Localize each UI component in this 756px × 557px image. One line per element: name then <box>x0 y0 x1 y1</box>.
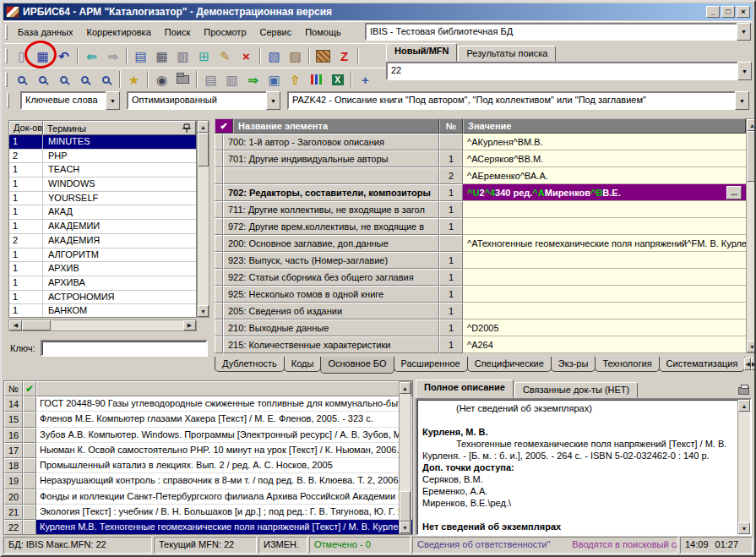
field-occurrence[interactable]: 1 <box>439 201 463 218</box>
field-occurrence[interactable] <box>439 235 463 252</box>
scroll-down-icon[interactable]: ▼ <box>747 341 756 352</box>
search-terms-button[interactable] <box>53 70 74 90</box>
tabs-scroll-right-icon[interactable]: ▶ <box>751 358 756 370</box>
field-value[interactable] <box>463 303 746 319</box>
field-occurrence[interactable]: 1 <box>439 269 463 286</box>
document-title[interactable]: Фленов М.Е. Компьютер глазами Хакера [Те… <box>36 412 412 427</box>
field-layout-button[interactable]: ▦ <box>151 46 172 66</box>
document-row[interactable]: 22Курленя М.В. Техногенные геомеханическ… <box>4 520 412 535</box>
menu-item[interactable]: Корректировка <box>80 25 158 40</box>
copy-record-button[interactable]: ▣ <box>264 70 285 90</box>
field-name[interactable]: 205: Сведения об издании <box>223 303 439 319</box>
mfn-tab[interactable]: Результаты поиска <box>458 46 556 62</box>
scroll-thumb[interactable] <box>747 131 756 182</box>
field-row[interactable]: 702: Редакторы, составители, композиторы… <box>215 184 746 201</box>
field-value[interactable]: ^A264 <box>463 336 746 353</box>
field-occurrence[interactable]: 1 <box>439 184 463 201</box>
clear-form-button[interactable]: ★ <box>123 70 144 90</box>
field-name[interactable]: 711: Другие коллективы, не входящие в за… <box>223 201 439 218</box>
menu-item[interactable]: Помощь <box>298 25 348 40</box>
mfn-tab[interactable]: Новый/MFN <box>386 43 457 62</box>
record-copy-button[interactable]: ▨ <box>285 46 306 66</box>
worksheet-tab[interactable]: Экз-ры <box>551 357 596 372</box>
field-value[interactable] <box>463 201 746 218</box>
menu-item[interactable]: Поиск <box>158 25 197 40</box>
search-window-button[interactable] <box>74 70 95 90</box>
worksheet-tab[interactable]: Специфические <box>467 357 552 372</box>
field-occurrence[interactable]: 1 <box>439 286 463 303</box>
field-occurrence[interactable]: 1 <box>439 150 463 167</box>
selector-grip[interactable] <box>7 93 9 108</box>
field-row[interactable]: 200: Основное заглавие, доп.данные^АТехн… <box>215 235 746 252</box>
new-record-button[interactable]: ▯ <box>11 46 32 66</box>
field-name[interactable]: 922: Статьи сборника без общего заглавия <box>223 269 439 286</box>
toolbar-grip[interactable] <box>5 48 8 63</box>
tabs-scroll-left-icon[interactable]: ◀ <box>744 358 750 370</box>
scroll-down-icon[interactable]: ▼ <box>400 522 411 533</box>
document-row[interactable]: 17Ньюман К. Освой самостоятельно PHP. 10… <box>4 443 412 458</box>
database-combobox[interactable]: IBIS - Тестовая библиотечная БД ▼ <box>365 23 751 41</box>
fields-vscrollbar[interactable]: ▲ ▼ <box>746 118 756 353</box>
fields-col-num[interactable]: № <box>439 118 463 134</box>
document-indicator[interactable] <box>23 458 36 473</box>
worksheet-tab[interactable]: Систематизация <box>659 357 746 372</box>
document-title[interactable]: Курленя М.В. Техногенные геомеханические… <box>36 520 412 535</box>
document-title[interactable]: Зубов А.В. Компьютер. Windows. Программы… <box>36 428 412 443</box>
field-row[interactable]: 922: Статьи сборника без общего заглавия… <box>215 269 746 286</box>
mfn-combobox[interactable]: 22 ▼ <box>386 62 752 80</box>
field-row[interactable]: 701: Другие индивидуальные авторы1^АСеря… <box>215 150 746 167</box>
search-mode-combobox[interactable]: Оптимизированный ▼ <box>127 91 280 110</box>
field-occurrence[interactable]: 2 <box>439 167 463 184</box>
document-title[interactable]: Фонды и коллекции Санкт-Петербургского ф… <box>36 489 412 505</box>
field-occurrence[interactable]: 1 <box>439 218 463 235</box>
field-name[interactable]: 210: Выходные данные <box>223 319 439 336</box>
record-status-button[interactable]: ▧ <box>264 46 285 66</box>
dictionary-row[interactable]: 1TEACH <box>9 163 196 177</box>
field-value[interactable]: ^U2^4340 ред.^АМиренков^ВВ.Е.... <box>463 184 746 201</box>
irbis-mascot-button[interactable] <box>313 46 334 66</box>
description-tab[interactable]: Полное описание <box>416 380 514 398</box>
dictionary-row[interactable]: 1АКАД <box>9 205 196 220</box>
z3950-button[interactable]: Z <box>334 46 355 66</box>
print-description-button[interactable] <box>735 384 752 398</box>
dictionary-row[interactable]: 1БАНКОМ <box>9 304 196 318</box>
worksheet-tab[interactable]: Дублетность <box>215 357 285 372</box>
field-occurrence[interactable]: 1 <box>439 303 463 319</box>
scroll-thumb[interactable] <box>400 491 411 522</box>
dictionary-hscrollbar[interactable]: ◀ ▶ <box>8 319 197 331</box>
field-value[interactable] <box>463 286 746 303</box>
dictionary-row[interactable]: 1АКАДЕМИИ <box>9 220 196 234</box>
next-record-button[interactable]: ⇒ <box>102 46 123 66</box>
excel-export-button[interactable]: X <box>327 70 348 90</box>
scroll-up-icon[interactable]: ▲ <box>738 400 750 412</box>
menu-item[interactable]: Просмотр <box>197 25 253 40</box>
field-name[interactable] <box>223 167 439 184</box>
document-indicator[interactable] <box>23 489 36 505</box>
print-forms-button[interactable]: ▥ <box>221 70 242 90</box>
document-row[interactable]: 15Фленов М.Е. Компьютер глазами Хакера [… <box>4 412 412 427</box>
document-row[interactable]: 14ГОСТ 20448-90 Газы углеводородные сжиж… <box>4 396 412 412</box>
document-title[interactable]: Промышленный катализ в лекциях. Вып. 2 /… <box>36 458 412 473</box>
minimize-button[interactable]: _ <box>706 6 720 18</box>
document-indicator[interactable] <box>23 473 36 489</box>
menu-grip[interactable] <box>5 25 8 40</box>
document-row[interactable]: 20Фонды и коллекции Санкт-Петербургского… <box>4 489 412 505</box>
field-value[interactable] <box>463 218 746 235</box>
document-row[interactable]: 18Промышленный катализ в лекциях. Вып. 2… <box>4 458 412 473</box>
field-occurrence[interactable]: 1 <box>439 336 463 353</box>
scroll-down-icon[interactable]: ▼ <box>198 305 209 317</box>
dictionary-row[interactable]: 1YOURSELF <box>9 192 196 206</box>
document-indicator[interactable] <box>23 443 36 458</box>
mfn-combobox-arrow[interactable]: ▼ <box>737 62 752 80</box>
dictionary-type-arrow[interactable]: ▼ <box>106 91 120 110</box>
field-row[interactable]: 972: Другие врем.коллективы, не входящие… <box>215 218 746 235</box>
menu-item[interactable]: Сервис <box>253 25 299 40</box>
dictionary-row[interactable]: 2АКАДЕМИЯ <box>9 234 196 248</box>
dictionary-row[interactable]: 2PHP <box>9 150 196 164</box>
dictionary-row[interactable]: 1АЛГОРИТМ <box>9 248 196 263</box>
menu-item[interactable]: База данных <box>11 25 80 40</box>
document-title[interactable]: ГОСТ 20448-90 Газы углеводородные сжижен… <box>36 396 412 412</box>
field-occurrence[interactable]: 1 <box>439 319 463 336</box>
scroll-thumb[interactable] <box>198 133 209 167</box>
field-row[interactable]: 2^АЕременко^ВА.А. <box>215 167 746 184</box>
